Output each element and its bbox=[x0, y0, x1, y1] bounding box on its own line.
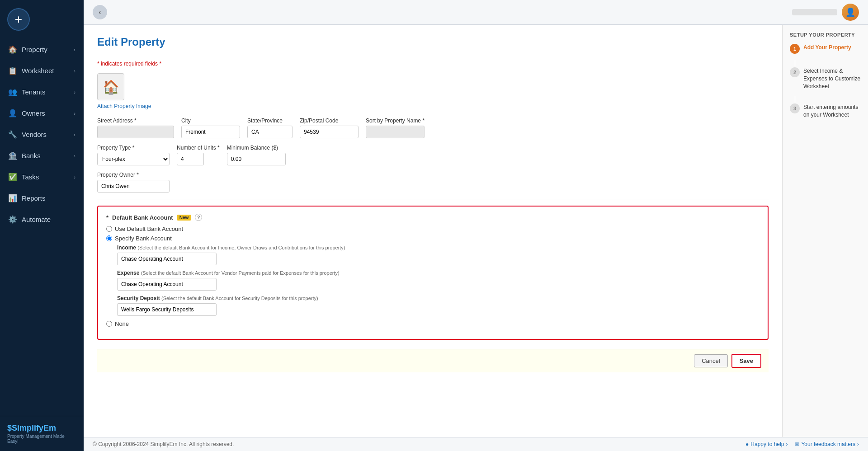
nav-label-banks: Banks bbox=[22, 152, 41, 160]
nav-icon-worksheet: 📋 bbox=[8, 66, 17, 75]
nav-left-vendors: 🔧 Vendors bbox=[8, 130, 47, 139]
nav-label-vendors: Vendors bbox=[22, 131, 47, 138]
street-address-label: Street Address * bbox=[97, 117, 174, 124]
min-balance-group: Minimum Balance ($) bbox=[227, 145, 286, 165]
nav-label-tasks: Tasks bbox=[22, 173, 39, 181]
save-button[interactable]: Save bbox=[731, 354, 761, 368]
street-address-input[interactable] bbox=[97, 126, 174, 138]
feedback-link-text: Your feedback matters bbox=[801, 441, 855, 447]
use-default-label-text: Use Default Bank Account bbox=[115, 226, 183, 232]
page-footer: © Copyright 2006-2024 SimplifyEm Inc. Al… bbox=[84, 437, 868, 451]
attach-image-link[interactable]: Attach Property Image bbox=[97, 103, 151, 109]
setup-step-1: 1 Add Your Property bbox=[790, 44, 861, 54]
step-circle-3: 3 bbox=[790, 103, 800, 113]
sidebar: + 🏠 Property › 📋 Worksheet › 👥 Tenants › bbox=[0, 0, 84, 451]
security-deposit-bank-group: Security Deposit (Select the default Ban… bbox=[117, 295, 760, 316]
security-deposit-bank-input[interactable] bbox=[117, 303, 217, 316]
copyright-text: © Copyright 2006-2024 SimplifyEm Inc. Al… bbox=[93, 441, 234, 447]
zip-input[interactable] bbox=[300, 126, 359, 138]
security-deposit-bank-label: Security Deposit (Select the default Ban… bbox=[117, 295, 760, 301]
state-input[interactable] bbox=[247, 126, 292, 138]
sidebar-item-owners[interactable]: 👤 Owners › bbox=[0, 103, 84, 124]
step-text-1: Add Your Property bbox=[803, 44, 851, 52]
sort-input[interactable] bbox=[366, 126, 425, 138]
step-connector-2 bbox=[795, 96, 795, 103]
nav-label-property: Property bbox=[22, 46, 47, 53]
city-group: City bbox=[181, 117, 240, 138]
expense-bank-desc: (Select the default Bank Account for Ven… bbox=[141, 270, 340, 276]
bank-radio-group: Use Default Bank Account Specify Bank Ac… bbox=[106, 226, 760, 327]
nav-label-worksheet: Worksheet bbox=[22, 67, 54, 75]
step-circle-2: 2 bbox=[790, 67, 800, 77]
num-units-label: Number of Units * bbox=[177, 145, 220, 151]
footer-links: ● Happy to help › ✉ Your feedback matter… bbox=[745, 441, 859, 447]
top-bar-right: 👤 bbox=[792, 4, 859, 21]
sidebar-item-property[interactable]: 🏠 Property › bbox=[0, 39, 84, 60]
sidebar-bottom: $SimplifyEm Property Management Made Eas… bbox=[0, 416, 84, 451]
help-link-text: Happy to help bbox=[750, 441, 784, 447]
min-balance-input[interactable] bbox=[227, 153, 286, 165]
setup-panel-title: SETUP YOUR PROPERTY bbox=[790, 32, 861, 38]
step-text-2: Select Income & Expenses to Customize Wo… bbox=[803, 67, 861, 90]
nav-icon-tenants: 👥 bbox=[8, 88, 17, 96]
nav-icon-banks: 🏦 bbox=[8, 151, 17, 160]
sidebar-item-reports[interactable]: 📊 Reports bbox=[0, 188, 84, 209]
user-avatar: 👤 bbox=[842, 4, 859, 21]
nav-chevron-property: › bbox=[74, 47, 75, 52]
nav-icon-owners: 👤 bbox=[8, 109, 17, 117]
property-image-area: 🏠 Attach Property Image bbox=[97, 73, 769, 109]
property-type-group: Property Type * Four-plex bbox=[97, 145, 170, 165]
cancel-button[interactable]: Cancel bbox=[694, 354, 727, 367]
bank-title-main: Default Bank Account bbox=[112, 214, 173, 221]
main-area: ‹ 👤 Edit Property * indicates required f… bbox=[84, 0, 868, 451]
zip-group: Zip/Postal Code bbox=[300, 117, 359, 138]
use-default-radio-label[interactable]: Use Default Bank Account bbox=[106, 226, 760, 232]
property-type-select[interactable]: Four-plex bbox=[97, 153, 170, 165]
city-input[interactable] bbox=[181, 126, 240, 138]
nav-menu: 🏠 Property › 📋 Worksheet › 👥 Tenants › 👤… bbox=[0, 39, 84, 416]
nav-chevron-tenants: › bbox=[74, 89, 75, 95]
logo: $SimplifyEm bbox=[7, 423, 76, 433]
sidebar-item-automate[interactable]: ⚙️ Automate bbox=[0, 209, 84, 230]
sidebar-item-vendors[interactable]: 🔧 Vendors › bbox=[0, 124, 84, 145]
nav-icon-vendors: 🔧 bbox=[8, 130, 17, 139]
sidebar-item-tasks[interactable]: ✅ Tasks › bbox=[0, 166, 84, 188]
sort-label: Sort by Property Name * bbox=[366, 117, 425, 124]
owner-label: Property Owner * bbox=[97, 172, 170, 178]
bank-section-title: * Default Bank Account New ? bbox=[106, 214, 760, 221]
sidebar-item-worksheet[interactable]: 📋 Worksheet › bbox=[0, 60, 84, 81]
feedback-link[interactable]: ✉ Your feedback matters › bbox=[795, 441, 859, 447]
owner-row: Property Owner * bbox=[97, 172, 769, 193]
help-icon[interactable]: ? bbox=[195, 214, 202, 221]
top-bar: ‹ 👤 bbox=[84, 0, 868, 25]
help-chevron: › bbox=[786, 441, 788, 447]
setup-step-2: 2 Select Income & Expenses to Customize … bbox=[790, 67, 861, 90]
none-radio[interactable] bbox=[106, 321, 112, 327]
income-bank-label: Income (Select the default Bank Account … bbox=[117, 244, 760, 251]
new-badge: New bbox=[177, 215, 192, 221]
expense-bank-input[interactable] bbox=[117, 278, 217, 291]
content-main: Edit Property * indicates required field… bbox=[84, 25, 782, 437]
nav-left-worksheet: 📋 Worksheet bbox=[8, 66, 54, 75]
owner-input[interactable] bbox=[97, 180, 170, 193]
sidebar-item-tenants[interactable]: 👥 Tenants › bbox=[0, 81, 84, 103]
nav-chevron-banks: › bbox=[74, 153, 75, 159]
step-text-3: Start entering amounts on your Worksheet bbox=[803, 103, 861, 119]
specify-radio[interactable] bbox=[106, 235, 112, 241]
nav-icon-automate: ⚙️ bbox=[8, 215, 17, 224]
add-button[interactable]: + bbox=[7, 8, 30, 31]
bank-title-text: * bbox=[106, 214, 108, 221]
sidebar-item-banks[interactable]: 🏦 Banks › bbox=[0, 145, 84, 166]
state-group: State/Province bbox=[247, 117, 292, 138]
specify-radio-label[interactable]: Specify Bank Account bbox=[106, 235, 760, 242]
back-button[interactable]: ‹ bbox=[93, 5, 107, 19]
user-name bbox=[792, 9, 837, 15]
use-default-radio[interactable] bbox=[106, 226, 112, 232]
num-units-input[interactable] bbox=[177, 153, 204, 165]
help-icon-circle: ● bbox=[745, 441, 749, 447]
income-bank-input[interactable] bbox=[117, 253, 217, 265]
help-link[interactable]: ● Happy to help › bbox=[745, 441, 788, 447]
nav-label-owners: Owners bbox=[22, 109, 45, 117]
sort-group: Sort by Property Name * bbox=[366, 117, 425, 138]
none-radio-label[interactable]: None bbox=[106, 320, 760, 327]
